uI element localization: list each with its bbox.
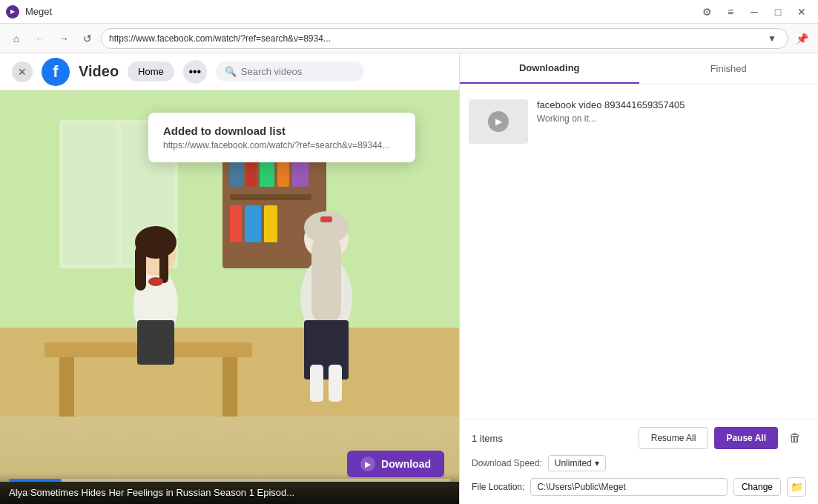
svg-rect-21 bbox=[135, 246, 146, 291]
fb-search-icon: 🔍 bbox=[225, 66, 237, 77]
browser-toolbar: ⌂ ← → ↺ ▼ 📌 bbox=[0, 24, 818, 53]
download-info: facebook video 893441659357405 Working o… bbox=[537, 99, 809, 124]
svg-rect-22 bbox=[159, 246, 168, 283]
pin-button[interactable]: 📌 bbox=[791, 28, 812, 49]
menu-button[interactable]: ≡ bbox=[720, 1, 741, 22]
svg-rect-13 bbox=[264, 205, 277, 242]
svg-rect-16 bbox=[59, 357, 74, 417]
svg-point-23 bbox=[148, 277, 163, 286]
svg-rect-11 bbox=[230, 205, 242, 242]
download-filename: facebook video 893441659357405 bbox=[537, 99, 809, 110]
app-title: Meget bbox=[25, 6, 52, 17]
address-actions: ▼ bbox=[764, 30, 780, 47]
svg-rect-31 bbox=[310, 365, 323, 402]
speed-select[interactable]: Unlimited ▾ bbox=[548, 455, 606, 471]
notification-title: Added to download list bbox=[163, 125, 400, 137]
title-bar-controls: ⚙ ≡ ─ □ ✕ bbox=[696, 1, 812, 22]
thumb-play-icon: ▶ bbox=[488, 111, 509, 132]
tab-finished[interactable]: Finished bbox=[639, 53, 819, 84]
close-button[interactable]: ✕ bbox=[791, 1, 812, 22]
forward-button[interactable]: → bbox=[53, 28, 74, 49]
fb-search-bar: 🔍 bbox=[216, 62, 364, 82]
items-count-row: 1 items Resume All Pause All 🗑 bbox=[472, 427, 806, 449]
download-tabs: Downloading Finished bbox=[460, 53, 818, 84]
fb-home-button[interactable]: Home bbox=[128, 62, 174, 82]
fb-search-input[interactable] bbox=[241, 66, 355, 77]
facebook-nav: ✕ f Video Home ••• 🔍 bbox=[0, 53, 459, 90]
title-bar-left: Meget bbox=[6, 5, 52, 19]
svg-rect-12 bbox=[245, 205, 261, 242]
main-area: ✕ f Video Home ••• 🔍 Added to download l… bbox=[0, 53, 818, 504]
fb-close-button[interactable]: ✕ bbox=[12, 62, 33, 82]
svg-rect-32 bbox=[329, 365, 342, 402]
minimize-button[interactable]: ─ bbox=[744, 1, 765, 22]
download-button-icon: ▶ bbox=[360, 457, 375, 471]
file-location-label: File Location: bbox=[472, 482, 524, 492]
open-folder-button[interactable]: 📁 bbox=[787, 477, 806, 497]
download-item: ▶ facebook video 893441659357405 Working… bbox=[469, 93, 809, 150]
home-button[interactable]: ⌂ bbox=[6, 28, 27, 49]
svg-rect-10 bbox=[230, 194, 311, 200]
delete-all-button[interactable]: 🗑 bbox=[784, 427, 806, 449]
svg-rect-29 bbox=[320, 216, 332, 222]
items-count: 1 items bbox=[472, 433, 503, 444]
settings-icon-button[interactable]: ⚙ bbox=[696, 1, 717, 22]
back-button[interactable]: ← bbox=[30, 28, 50, 49]
download-items-list: ▶ facebook video 893441659357405 Working… bbox=[460, 84, 818, 419]
speed-label: Download Speed: bbox=[472, 458, 542, 468]
file-location-row: File Location: Change 📁 bbox=[472, 477, 806, 497]
svg-rect-2 bbox=[63, 124, 115, 265]
bottom-actions: Resume All Pause All 🗑 bbox=[639, 427, 806, 449]
svg-rect-24 bbox=[137, 320, 174, 365]
download-button-label: Download bbox=[381, 458, 431, 470]
facebook-logo: f bbox=[42, 58, 70, 86]
refresh-button[interactable]: ↺ bbox=[77, 28, 98, 49]
fb-section-title: Video bbox=[79, 63, 119, 80]
download-panel: Downloading Finished ▶ facebook video 89… bbox=[460, 53, 818, 504]
tab-downloading[interactable]: Downloading bbox=[460, 53, 639, 84]
download-thumbnail: ▶ bbox=[469, 99, 528, 144]
resume-all-button[interactable]: Resume All bbox=[639, 427, 709, 449]
address-input[interactable] bbox=[109, 33, 759, 44]
fb-more-button[interactable]: ••• bbox=[183, 60, 207, 84]
speed-value: Unlimited bbox=[555, 458, 592, 468]
change-location-button[interactable]: Change bbox=[733, 478, 781, 496]
speed-arrow-icon: ▾ bbox=[595, 458, 599, 468]
notification-popup: Added to download list https://www.faceb… bbox=[148, 113, 415, 162]
speed-settings-row: Download Speed: Unlimited ▾ bbox=[472, 455, 806, 471]
pause-all-button[interactable]: Pause All bbox=[714, 427, 778, 449]
download-bottom-bar: 1 items Resume All Pause All 🗑 Download … bbox=[460, 419, 818, 504]
address-bar: ▼ bbox=[101, 28, 788, 49]
download-status: Working on it... bbox=[537, 113, 809, 124]
svg-rect-28 bbox=[311, 235, 341, 324]
browser-panel: ✕ f Video Home ••• 🔍 Added to download l… bbox=[0, 53, 460, 504]
notification-url: https://www.facebook.com/watch/?ref=sear… bbox=[163, 140, 400, 150]
download-indicator-button[interactable]: ▼ bbox=[764, 30, 780, 47]
app-icon bbox=[6, 5, 19, 19]
file-path-input[interactable] bbox=[530, 478, 728, 496]
title-bar: Meget ⚙ ≡ ─ □ ✕ bbox=[0, 0, 818, 24]
download-overlay-button[interactable]: ▶ Download bbox=[347, 451, 444, 477]
svg-rect-17 bbox=[222, 357, 237, 417]
video-caption: Alya Sometimes Hides Her Feelings in Rus… bbox=[0, 482, 459, 504]
maximize-button[interactable]: □ bbox=[768, 1, 788, 22]
